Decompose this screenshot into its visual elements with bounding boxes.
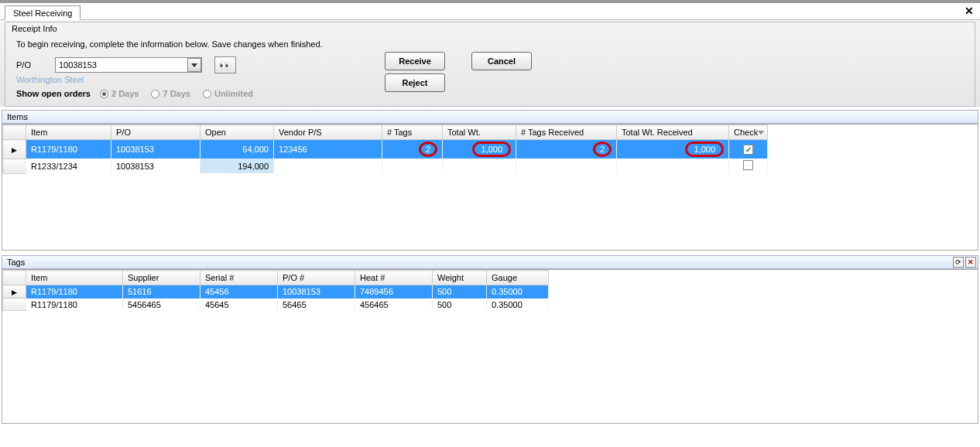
col-row-selector <box>3 271 26 285</box>
table-row[interactable]: ▶R1179/118051616454561003815374894565000… <box>3 285 549 299</box>
cell-gauge: 0.35000 <box>487 299 549 311</box>
refresh-icon[interactable]: ⟳ <box>953 257 964 268</box>
tags-section-header: Tags ⟳ ✕ <box>2 255 978 269</box>
tab-label: Steel Receiving <box>13 9 72 18</box>
cell-check[interactable] <box>729 140 768 159</box>
cell-supplier: 51616 <box>123 285 200 299</box>
col-item[interactable]: Item <box>26 271 123 285</box>
table-row[interactable]: ▶R1179/11801003815364,00012345621,00021,… <box>3 140 768 159</box>
cell-tags-received <box>516 159 617 173</box>
col-tags-received[interactable]: # Tags Received <box>516 125 617 140</box>
cell-tags-received: 2 <box>516 140 617 159</box>
tags-title: Tags <box>7 258 25 267</box>
cell-serial: 45456 <box>200 285 278 299</box>
radio-unlimited[interactable]: Unlimited <box>203 89 253 98</box>
cell-tags <box>382 159 443 173</box>
col-total-wt-received[interactable]: Total Wt. Received <box>617 125 729 140</box>
cell-total-wt-received <box>617 159 729 173</box>
checkbox-icon[interactable] <box>743 145 753 155</box>
checkbox-icon[interactable] <box>743 160 753 170</box>
col-serial[interactable]: Serial # <box>200 271 278 285</box>
col-item[interactable]: Item <box>26 125 111 140</box>
cell-serial: 45645 <box>200 299 278 311</box>
row-selector[interactable]: ▶ <box>3 285 26 299</box>
col-gauge[interactable]: Gauge <box>487 271 549 285</box>
row-selector[interactable] <box>3 159 26 173</box>
cell-item: R1233/1234 <box>26 159 111 173</box>
col-tags[interactable]: # Tags <box>382 125 443 140</box>
row-selector[interactable]: ▶ <box>3 140 26 159</box>
po-dropdown[interactable] <box>55 57 202 73</box>
items-grid: Item P/O Open Vendor P/S # Tags Total Wt… <box>2 124 978 251</box>
row-pointer-icon: ▶ <box>12 146 17 154</box>
search-binoculars-button[interactable]: 👀 <box>214 56 236 73</box>
cell-vendor-ps <box>274 159 382 173</box>
cell-po: 56465 <box>278 299 355 311</box>
binoculars-icon: 👀 <box>219 60 231 71</box>
cell-item: R1179/1180 <box>26 299 123 311</box>
cell-total-wt-received: 1,000 <box>617 140 729 159</box>
cell-tags: 2 <box>382 140 443 159</box>
cell-vendor-ps: 123456 <box>274 140 382 159</box>
table-row[interactable]: R1179/1180545646545645564654564655000.35… <box>3 299 549 311</box>
show-open-label: Show open orders <box>16 89 91 98</box>
radio-icon <box>151 90 159 98</box>
cell-open: 194,000 <box>200 159 274 173</box>
tab-steel-receiving[interactable]: Steel Receiving <box>5 5 81 20</box>
tags-grid: Item Supplier Serial # P/O # Heat # Weig… <box>2 269 978 424</box>
cell-po: 10038153 <box>278 285 355 299</box>
cell-po: 10038153 <box>111 159 200 173</box>
cell-item: R1179/1180 <box>26 140 111 159</box>
close-panel-icon[interactable]: ✕ <box>965 257 976 268</box>
cell-weight: 500 <box>433 285 487 299</box>
row-selector[interactable] <box>3 299 26 311</box>
col-vendor-ps[interactable]: Vendor P/S <box>274 125 382 140</box>
col-open[interactable]: Open <box>200 125 274 140</box>
table-row[interactable]: R1233/123410038153194,000 <box>3 159 768 173</box>
cell-heat: 7489456 <box>355 285 433 299</box>
col-po-number[interactable]: P/O # <box>278 271 355 285</box>
col-row-selector <box>3 125 26 140</box>
po-label: P/O <box>16 60 55 70</box>
radio-7days[interactable]: 7 Days <box>151 89 190 98</box>
radio-icon <box>100 90 108 98</box>
items-section-header: Items <box>2 110 978 124</box>
instructions-text: To begin receiving, complete the informa… <box>16 39 964 49</box>
cell-gauge: 0.35000 <box>487 285 549 299</box>
cell-total-wt <box>443 159 516 173</box>
reject-button[interactable]: Reject <box>385 73 445 92</box>
cell-total-wt: 1,000 <box>443 140 516 159</box>
items-title: Items <box>7 112 28 121</box>
tab-strip: Steel Receiving ✕ <box>0 3 980 20</box>
cell-open: 64,000 <box>200 140 274 159</box>
chevron-down-icon[interactable] <box>187 58 201 72</box>
po-input[interactable] <box>56 59 187 71</box>
col-po[interactable]: P/O <box>111 125 200 140</box>
col-total-wt[interactable]: Total Wt. <box>443 125 516 140</box>
cell-po: 10038153 <box>111 140 200 159</box>
col-heat[interactable]: Heat # <box>355 271 433 285</box>
col-weight[interactable]: Weight <box>433 271 487 285</box>
row-pointer-icon: ▶ <box>12 288 17 296</box>
receipt-info-panel: Receipt Info To begin receiving, complet… <box>5 22 975 107</box>
cell-supplier: 5456465 <box>123 299 200 311</box>
cell-item: R1179/1180 <box>26 285 123 299</box>
radio-2days[interactable]: 2 Days <box>100 89 139 98</box>
col-supplier[interactable]: Supplier <box>123 271 200 285</box>
cell-heat: 456465 <box>355 299 433 311</box>
cancel-button[interactable]: Cancel <box>471 52 532 70</box>
radio-icon <box>203 90 211 98</box>
receive-button[interactable]: Receive <box>385 52 445 70</box>
col-check[interactable]: Check <box>729 125 768 140</box>
cell-weight: 500 <box>433 299 487 311</box>
cell-check[interactable] <box>729 159 768 173</box>
receipt-info-title: Receipt Info <box>12 24 57 33</box>
close-icon[interactable]: ✕ <box>965 5 974 17</box>
